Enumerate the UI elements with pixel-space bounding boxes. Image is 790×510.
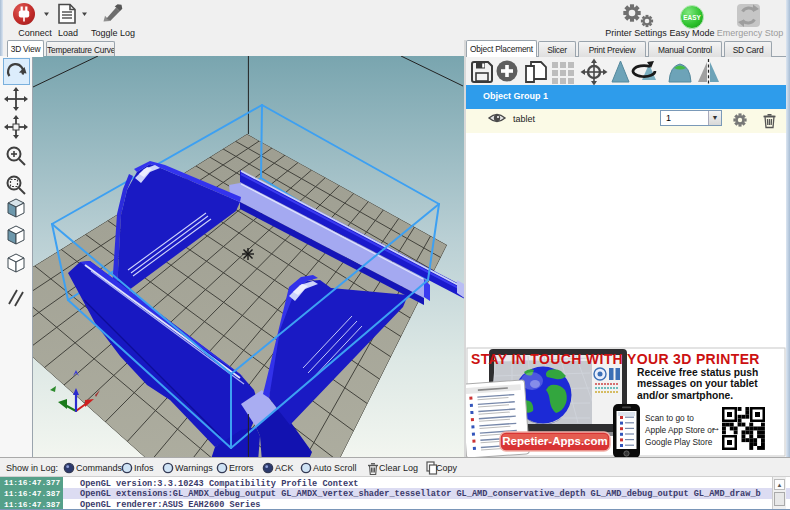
svg-text:EASY: EASY: [683, 14, 701, 21]
